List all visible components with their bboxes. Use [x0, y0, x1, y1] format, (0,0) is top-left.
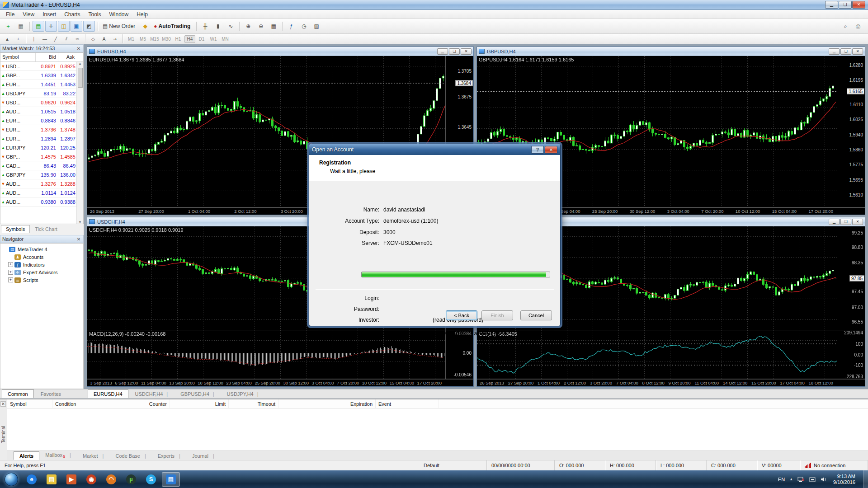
cancel-button[interactable]: Cancel [520, 310, 552, 320]
timeframe-m15[interactable]: M15 [149, 35, 160, 43]
chart-tab-gbpusd-h4[interactable]: GBPUSD,H4| [175, 389, 220, 398]
tile-windows-button[interactable]: ▦ [268, 21, 279, 32]
market-watch-toggle-button[interactable]: ▤ [33, 21, 44, 32]
timeframe-d1[interactable]: D1 [196, 35, 207, 43]
navigator-toggle-button[interactable]: ◫ [58, 21, 70, 32]
cursor-button[interactable]: ▲ [2, 35, 12, 43]
templates-button[interactable]: ▧ [311, 21, 322, 32]
terminal-column-limit[interactable]: Limit [170, 399, 229, 408]
shapes-button[interactable]: ◇ [88, 35, 98, 43]
terminal-tab-journal[interactable]: Journal| [186, 451, 220, 460]
start-button[interactable] [5, 473, 18, 486]
chart-tab-usdjpy-h4[interactable]: USDJPY,H4| [221, 389, 264, 398]
timeframe-h4[interactable]: H4 [184, 35, 195, 43]
market-watch-row[interactable]: ▲AUD...1.05151.0518 [0, 107, 76, 116]
periods-button[interactable]: ◷ [298, 21, 310, 32]
market-watch-row[interactable]: ▲CAD...86.4386.49 [0, 161, 76, 170]
terminal-column-counter[interactable]: Counter [120, 399, 170, 408]
vertical-line-button[interactable]: ｜ [29, 35, 39, 43]
terminal-tab-code-base[interactable]: Code Base| [109, 451, 151, 460]
column-symbol[interactable]: Symbol [0, 53, 36, 61]
terminal-tab-experts[interactable]: Experts| [152, 451, 186, 460]
tree-expand-icon[interactable]: + [8, 277, 13, 282]
language-indicator[interactable]: EN [778, 477, 785, 482]
menu-item-charts[interactable]: Charts [60, 10, 84, 19]
navigator-tab-favorites[interactable]: Favorites [35, 389, 67, 398]
indicators-list-button[interactable]: ƒ [285, 21, 297, 32]
chart-restore-button[interactable]: ❏ [840, 48, 851, 55]
menu-item-tools[interactable]: Tools [85, 10, 105, 19]
taskbar-icon-media-app[interactable]: ▶ [62, 472, 80, 487]
close-button[interactable]: ✕ [852, 1, 865, 9]
terminal-toggle-button[interactable]: ▣ [71, 21, 82, 32]
maximize-button[interactable]: ❏ [839, 1, 852, 9]
timeframe-m5[interactable]: M5 [137, 35, 148, 43]
terminal-tab-market[interactable]: Market| [77, 451, 109, 460]
equidistant-channel-button[interactable]: ⫽ [61, 35, 71, 43]
alerts-table-body[interactable] [7, 408, 868, 450]
line-chart-mode-button[interactable]: ∿ [225, 21, 236, 32]
chart-window-title-bar[interactable]: GBPUSD,H4▁❏✕ [477, 47, 865, 56]
navigator-item-accounts[interactable]: ♟Accounts [1, 253, 82, 261]
timeframe-m1[interactable]: M1 [126, 35, 137, 43]
menu-item-view[interactable]: View [19, 10, 38, 19]
navigator-item-metatrader-4[interactable]: ▤MetaTrader 4 [1, 245, 82, 253]
tray-expand-icon[interactable]: ▲ [789, 477, 793, 481]
terminal-column-timeout[interactable]: Timeout [229, 399, 278, 408]
data-window-toggle-button[interactable]: ✛ [45, 21, 57, 32]
print-button[interactable]: ⎙ [852, 21, 864, 32]
trendline-button[interactable]: ╱ [51, 35, 61, 43]
chart-restore-button[interactable]: ❏ [449, 48, 460, 55]
arrows-button[interactable]: ⇝ [110, 35, 120, 43]
column-bid[interactable]: Bid [36, 53, 58, 61]
market-watch-row[interactable]: ▼GBP...1.45751.4585 [0, 152, 76, 161]
timeframe-m30[interactable]: M30 [161, 35, 172, 43]
alerts-horn-button[interactable]: ◆ [139, 21, 151, 32]
action-center-icon[interactable] [809, 476, 816, 483]
status-profile[interactable]: Default [419, 460, 487, 470]
dialog-help-button[interactable]: ? [531, 146, 544, 154]
fibonacci-button[interactable]: ≋ [72, 35, 82, 43]
network-error-icon[interactable]: ✕ [797, 476, 805, 483]
timeframe-mn[interactable]: MN [220, 35, 231, 43]
taskbar-icon-firefox[interactable]: ◠ [102, 472, 120, 487]
navigator-item-expert-advisors[interactable]: +✈Expert Advisors [1, 268, 82, 276]
market-watch-row[interactable]: ▲GBP...1.63391.6342 [0, 71, 76, 80]
chart-close-button[interactable]: ✕ [852, 219, 863, 225]
timeframe-w1[interactable]: W1 [208, 35, 219, 43]
navigator-tab-common[interactable]: Common [2, 389, 34, 398]
chart-close-button[interactable]: ✕ [852, 48, 863, 55]
market-watch-scrollbar[interactable]: ▲▼ [76, 62, 83, 224]
market-watch-row[interactable]: ▼USD...0.96200.9624 [0, 98, 76, 107]
timeframe-h1[interactable]: H1 [173, 35, 184, 43]
market-watch-row[interactable]: ▲EURJPY120.21120.25 [0, 143, 76, 152]
tree-expand-icon[interactable]: + [8, 262, 13, 267]
menu-item-window[interactable]: Window [105, 10, 133, 19]
market-watch-row[interactable]: ▲EUR...0.88430.8846 [0, 116, 76, 125]
search-button[interactable]: ⌕ [840, 21, 851, 32]
new-order-button[interactable]: ▤New Order [101, 21, 138, 32]
market-watch-row[interactable]: ▲USDJPY83.1983.22 [0, 89, 76, 98]
chart-minimize-button[interactable]: ▁ [437, 48, 448, 55]
market-watch-row[interactable]: ▲GBPJPY135.90136.00 [0, 170, 76, 179]
terminal-column-event[interactable]: Event [376, 399, 439, 408]
text-label-button[interactable]: A [99, 35, 109, 43]
chart-window-title-bar[interactable]: EURUSD,H4▁❏✕ [87, 47, 473, 56]
indicator-pane-macd[interactable]: MACD(12,26,9) -0.00240 -0.001680.003840.… [87, 330, 473, 379]
taskbar-icon-metatrader-active[interactable]: ▤ [162, 472, 180, 487]
minimize-button[interactable]: ▁ [825, 1, 838, 9]
chart-close-button[interactable]: ✕ [461, 48, 472, 55]
terminal-tab-mailbox[interactable]: Mailbox6| [39, 450, 77, 460]
menu-item-help[interactable]: Help [132, 10, 152, 19]
market-watch-tab-symbols[interactable]: Symbols [1, 225, 30, 233]
dialog-close-button[interactable]: ✕ [545, 146, 557, 154]
indicator-pane-cci[interactable]: CCI(14) -56.3405209.14941000.00-100-228.… [477, 330, 865, 379]
terminal-column-expiration[interactable]: Expiration [278, 399, 376, 408]
chart-tab-usdchf-h4[interactable]: USDCHF,H4| [129, 389, 174, 398]
taskbar-clock[interactable]: 9:13 AM 9/10/2016 [833, 474, 855, 485]
tree-expand-icon[interactable]: + [8, 270, 13, 275]
terminal-column-condition[interactable]: Condition [52, 399, 120, 408]
candlestick-mode-button[interactable]: ▮ [212, 21, 224, 32]
terminal-column-symbol[interactable]: Symbol [7, 399, 52, 408]
profiles-button[interactable]: ▦ [15, 21, 27, 32]
